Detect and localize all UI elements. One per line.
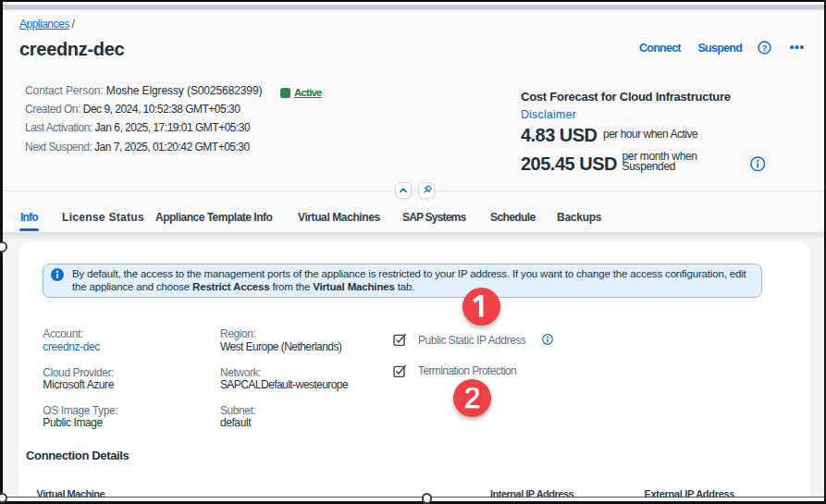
svg-text:?: ? <box>761 43 767 53</box>
